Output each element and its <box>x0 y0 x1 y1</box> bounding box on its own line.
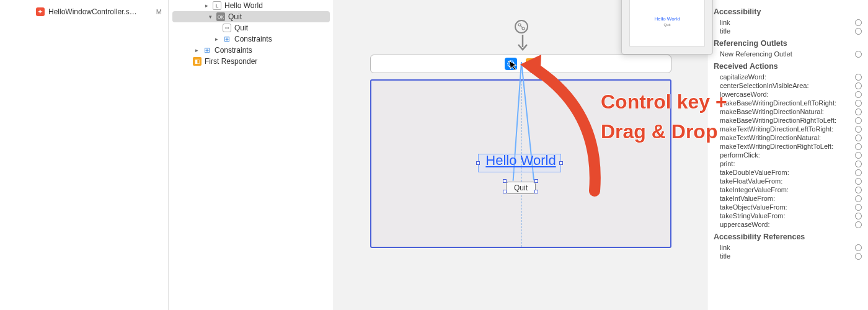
connection-row: makeTextWritingDirectionNatural: <box>714 133 862 142</box>
thumbnail-button: Quit <box>663 23 670 27</box>
outline-item[interactable]: ◧First Responder <box>169 56 334 67</box>
connection-label: capitalizeWord: <box>720 73 766 81</box>
inspector-section-header: Accessibility <box>714 7 862 16</box>
connection-socket-icon[interactable] <box>855 204 862 211</box>
outline-item[interactable]: ▸⊞Constraints <box>169 45 334 56</box>
constraints-icon: ⊞ <box>223 35 231 43</box>
connection-socket-icon[interactable] <box>855 169 862 176</box>
chevron-right-icon[interactable]: ▸ <box>193 47 200 53</box>
outline-item-label: Quit <box>234 24 248 32</box>
connection-socket-icon[interactable] <box>855 253 862 260</box>
outline-item-label: Constraints <box>234 35 272 43</box>
modified-badge: M <box>156 8 162 16</box>
connection-label: title <box>720 27 730 35</box>
connection-row: performClick: <box>714 151 862 159</box>
connection-socket-icon[interactable] <box>855 187 862 193</box>
connection-label: uppercaseWord: <box>720 221 770 228</box>
chevron-right-icon[interactable]: ▸ <box>213 36 219 42</box>
swift-icon: ✦ <box>36 7 45 16</box>
svg-line-2 <box>521 26 523 28</box>
outline-item-label: First Responder <box>205 57 257 66</box>
connection-row: makeBaseWritingDirectionNatural: <box>714 107 862 116</box>
connection-row: title <box>714 252 862 260</box>
connection-row: title <box>714 27 862 35</box>
resize-handle[interactable] <box>503 190 507 193</box>
connection-label: makeTextWritingDirectionLeftToRight: <box>720 125 833 133</box>
document-outline: ▸LHello World▾OKQuit▭Quit▸⊞Constraints▸⊞… <box>169 0 334 310</box>
svg-point-0 <box>518 24 521 26</box>
connection-socket-icon[interactable] <box>855 135 862 141</box>
connection-label: centerSelectionInVisibleArea: <box>720 82 809 89</box>
connection-label: makeBaseWritingDirectionLeftToRight: <box>720 99 836 107</box>
connection-socket-icon[interactable] <box>855 161 862 167</box>
connection-socket-icon[interactable] <box>855 178 862 185</box>
chevron-right-icon[interactable]: ▸ <box>203 2 210 9</box>
outline-item[interactable]: ▭Quit <box>169 22 334 33</box>
file-navigator: ✦ HelloWindowController.s… M <box>0 0 169 310</box>
svg-point-1 <box>522 27 525 30</box>
file-row[interactable]: ✦ HelloWindowController.s… M <box>0 6 168 17</box>
connection-socket-icon[interactable] <box>855 74 862 81</box>
outline-item[interactable]: ▾OKQuit <box>172 11 330 22</box>
resize-handle[interactable] <box>476 161 480 165</box>
connection-socket-icon[interactable] <box>855 195 862 202</box>
outline-item-label: Quit <box>228 12 242 21</box>
connection-label: takeIntValueFrom: <box>720 195 775 202</box>
inspector-section-header: Accessibility References <box>714 232 862 241</box>
interface-builder-canvas[interactable]: Hello World Quit Control key + Drag & Dr… <box>334 0 707 310</box>
connection-socket-icon[interactable] <box>855 51 862 58</box>
connection-label: link <box>720 244 730 251</box>
connection-row: takeDoubleValueFrom: <box>714 168 862 177</box>
connection-row: makeBaseWritingDirectionRightToLeft: <box>714 116 862 125</box>
outline-item-label: Constraints <box>215 46 252 55</box>
connection-socket-icon[interactable] <box>855 117 862 124</box>
connection-socket-icon[interactable] <box>855 28 862 35</box>
outline-item-label: Hello World <box>224 1 263 10</box>
label-icon: L <box>213 1 221 10</box>
connection-socket-icon[interactable] <box>855 143 862 150</box>
connection-socket-icon[interactable] <box>855 19 862 26</box>
connection-label: takeDoubleValueFrom: <box>720 169 789 176</box>
connection-socket-icon[interactable] <box>855 244 862 251</box>
connection-row: makeTextWritingDirectionRightToLeft: <box>714 142 862 151</box>
connection-row: uppercaseWord: <box>714 220 862 229</box>
segue-connector-icon <box>515 20 528 33</box>
annotation-line2: Drag & Drop <box>601 117 727 146</box>
connection-label: takeFloatValueFrom: <box>720 177 782 185</box>
chevron-down-icon[interactable]: ▾ <box>207 14 213 20</box>
connection-row: takeIntegerValueFrom: <box>714 185 862 194</box>
connection-label: makeTextWritingDirectionRightToLeft: <box>720 143 833 150</box>
connection-label: link <box>720 19 730 26</box>
annotation-arrow <box>520 55 601 197</box>
connection-row: centerSelectionInVisibleArea: <box>714 81 862 90</box>
outline-item[interactable]: ▸⊞Constraints <box>169 33 334 45</box>
connection-row: lowercaseWord: <box>714 90 862 99</box>
connection-label: makeBaseWritingDirectionNatural: <box>720 108 824 115</box>
connection-label: takeObjectValueFrom: <box>720 203 787 211</box>
thumbnail-inner: Hello World Quit <box>629 0 705 46</box>
connection-row: link <box>714 243 862 252</box>
connection-label: New Referencing Outlet <box>720 50 792 58</box>
connection-row: makeBaseWritingDirectionLeftToRight: <box>714 99 862 107</box>
outline-item[interactable]: ▸LHello World <box>169 0 334 11</box>
connection-socket-icon[interactable] <box>855 152 862 159</box>
connections-inspector: AccessibilitylinktitleReferencing Outlet… <box>707 0 868 310</box>
resize-handle[interactable] <box>503 179 507 183</box>
connection-socket-icon[interactable] <box>855 82 862 89</box>
connection-socket-icon[interactable] <box>855 100 862 107</box>
annotation-text: Control key + Drag & Drop <box>601 87 727 146</box>
connection-socket-icon[interactable] <box>855 126 862 133</box>
connection-socket-icon[interactable] <box>855 108 862 115</box>
constraints-icon: ⊞ <box>203 46 211 55</box>
connection-row: capitalizeWord: <box>714 73 862 81</box>
scene-thumbnail: Hello World Quit <box>621 0 713 55</box>
connection-socket-icon[interactable] <box>855 213 862 219</box>
inspector-section-header: Referencing Outlets <box>714 39 862 48</box>
connection-row: link <box>714 18 862 27</box>
connection-label: title <box>720 252 730 260</box>
connection-row: takeStringValueFrom: <box>714 211 862 220</box>
connection-row: print: <box>714 159 862 168</box>
connection-label: performClick: <box>720 151 760 159</box>
connection-socket-icon[interactable] <box>855 221 862 228</box>
connection-socket-icon[interactable] <box>855 91 862 98</box>
